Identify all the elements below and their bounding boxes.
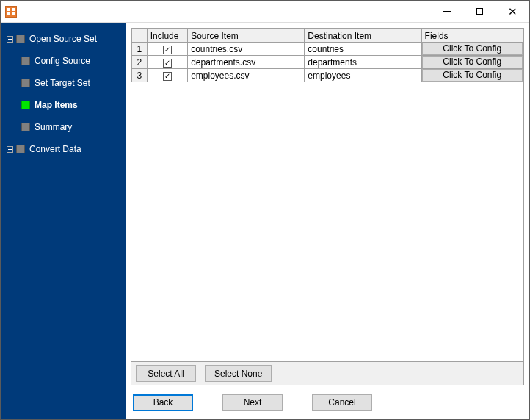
wizard-sidebar: Open Source SetConfig SourceSet Target S…: [1, 23, 126, 419]
tree-step-icon: [21, 79, 30, 87]
include-checkbox[interactable]: ✓: [163, 59, 172, 68]
tree-step-icon: [16, 145, 25, 153]
fields-config-button[interactable]: Click To Config: [422, 43, 523, 55]
sidebar-item[interactable]: Open Source Set: [1, 30, 126, 48]
sidebar-item[interactable]: Convert Data: [1, 140, 126, 158]
back-button[interactable]: Back: [133, 394, 193, 411]
sidebar-item[interactable]: Set Target Set: [1, 74, 126, 92]
col-header-source[interactable]: Source Item: [188, 29, 305, 43]
close-icon: ✕: [508, 6, 518, 17]
tree-collapse-icon[interactable]: [7, 36, 13, 43]
tree-step-icon: [21, 123, 30, 131]
fields-cell: Click To Config: [421, 69, 523, 82]
grid-corner: [132, 29, 148, 43]
table-row: 2✓departments.csvdepartmentsClick To Con…: [132, 56, 523, 69]
source-item-cell[interactable]: employees.csv: [188, 69, 305, 82]
sidebar-item[interactable]: Summary: [1, 118, 126, 136]
include-cell[interactable]: ✓: [147, 56, 187, 69]
col-header-fields[interactable]: Fields: [421, 29, 523, 43]
col-header-dest[interactable]: Destination Item: [305, 29, 421, 43]
sidebar-item-label: Set Target Set: [35, 78, 90, 88]
sidebar-item[interactable]: Config Source: [1, 52, 126, 70]
col-header-include[interactable]: Include: [147, 29, 187, 43]
sidebar-item-label: Open Source Set: [29, 34, 97, 44]
source-item-cell[interactable]: countries.csv: [188, 43, 305, 56]
items-grid: Include Source Item Destination Item Fie…: [131, 28, 524, 362]
include-checkbox[interactable]: ✓: [163, 72, 172, 81]
row-number[interactable]: 1: [132, 43, 148, 56]
select-all-button[interactable]: Select All: [136, 365, 196, 382]
include-cell[interactable]: ✓: [147, 43, 187, 56]
fields-config-button[interactable]: Click To Config: [422, 56, 523, 68]
sidebar-item-label: Summary: [35, 122, 72, 132]
include-cell[interactable]: ✓: [147, 69, 187, 82]
destination-item-cell[interactable]: departments: [305, 56, 421, 69]
tree-step-icon: [21, 57, 30, 65]
main-panel: Include Source Item Destination Item Fie…: [126, 23, 529, 419]
fields-cell: Click To Config: [421, 43, 523, 56]
wizard-footer: Back Next Cancel: [126, 385, 529, 419]
window: ✕ Open Source SetConfig SourceSet Target…: [0, 0, 530, 420]
minimize-icon: [443, 11, 451, 12]
fields-config-button[interactable]: Click To Config: [422, 69, 523, 82]
select-none-button[interactable]: Select None: [205, 365, 272, 382]
minimize-button[interactable]: [430, 1, 463, 22]
tree-step-icon: [16, 35, 25, 43]
sidebar-item-label: Config Source: [35, 56, 90, 66]
include-checkbox[interactable]: ✓: [163, 46, 172, 54]
destination-item-cell[interactable]: employees: [305, 69, 421, 82]
sidebar-item[interactable]: Map Items: [1, 96, 126, 114]
sidebar-item-label: Map Items: [35, 100, 78, 110]
next-button[interactable]: Next: [222, 394, 283, 411]
titlebar: ✕: [1, 1, 529, 23]
row-number[interactable]: 2: [132, 56, 148, 69]
source-item-cell[interactable]: departments.csv: [188, 56, 305, 69]
cancel-button[interactable]: Cancel: [312, 394, 372, 411]
maximize-button[interactable]: [463, 1, 496, 22]
table-row: 3✓employees.csvemployeesClick To Config: [132, 69, 523, 82]
sidebar-item-label: Convert Data: [29, 144, 81, 154]
table-row: 1✓countries.csvcountriesClick To Config: [132, 43, 523, 56]
maximize-icon: [476, 8, 483, 15]
tree-collapse-icon[interactable]: [7, 146, 13, 153]
close-button[interactable]: ✕: [496, 1, 529, 22]
tree-step-icon: [21, 101, 30, 109]
destination-item-cell[interactable]: countries: [305, 43, 421, 56]
app-icon: [5, 6, 17, 18]
fields-cell: Click To Config: [421, 56, 523, 69]
row-number[interactable]: 3: [132, 69, 148, 82]
selection-toolbar: Select All Select None: [131, 362, 524, 385]
